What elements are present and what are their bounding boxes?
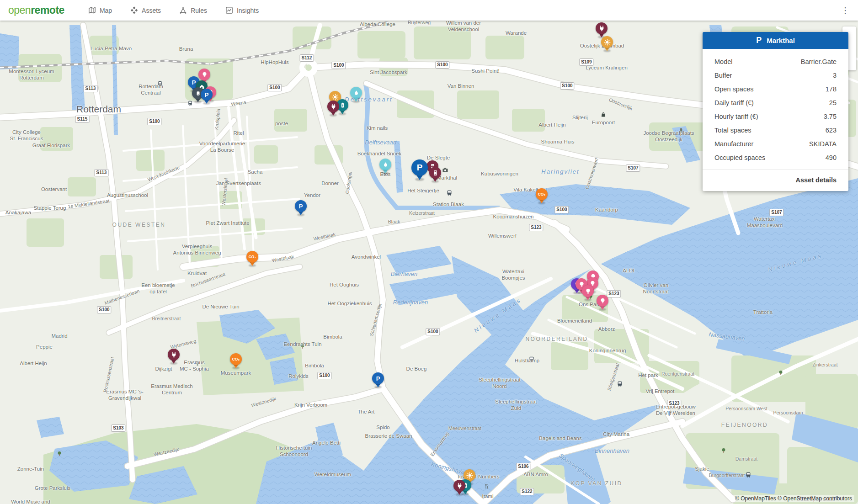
P-icon: P [201, 89, 213, 101]
attribute-value: SKIDATA [809, 140, 837, 148]
attribute-label: Buffer [714, 72, 732, 79]
attribute-row: Buffer3 [714, 69, 837, 82]
bulb-icon [597, 295, 608, 307]
card-rows: ModelBarrier.GateBuffer3Open spaces178Da… [703, 49, 848, 165]
nav-label-assets: Assets [142, 7, 161, 14]
attribute-label: Open spaces [714, 85, 753, 93]
asset-details-link[interactable]: Asset details [796, 176, 837, 184]
openremote-manager: RotterdamOUDE WESTENNOORDEREILANDFEIJENO… [0, 0, 858, 504]
nav-item-assets[interactable]: Assets [130, 6, 161, 14]
assets-icon [130, 6, 138, 14]
nav-item-insights[interactable]: Insights [225, 6, 259, 14]
attribute-value: 490 [826, 154, 837, 161]
attribute-value: 3.75 [824, 113, 837, 120]
map-attribution[interactable]: © OpenMapTiles © OpenStreetMap contribut… [733, 495, 854, 502]
attribute-value: 3 [833, 72, 837, 79]
attribute-label: Occupied spaces [714, 154, 765, 161]
CO₂-icon: CO₂ [536, 188, 548, 200]
drop-icon [350, 87, 362, 99]
attribute-label: Model [714, 58, 733, 65]
map-icon [88, 6, 96, 14]
bulb-icon [582, 285, 594, 297]
parking-icon: P [756, 36, 762, 45]
overflow-menu-icon[interactable]: ⋮ [839, 4, 852, 17]
insights-icon [225, 6, 233, 14]
rules-icon [179, 6, 187, 14]
attribute-value: 178 [826, 85, 837, 93]
nav-label-map: Map [100, 7, 112, 14]
P-icon: P [295, 200, 307, 212]
P-icon: P [372, 372, 384, 384]
plug-icon [327, 101, 339, 112]
bulb-icon [198, 69, 210, 80]
nav-menu: Map Assets Rules Insights [88, 6, 259, 14]
plug-icon [168, 349, 180, 361]
plug-icon [596, 22, 608, 34]
attribute-label: Hourly tariff (€) [714, 113, 758, 120]
signs-icon [429, 167, 441, 179]
nav-item-rules[interactable]: Rules [179, 6, 207, 14]
attribute-row: Hourly tariff (€)3.75 [714, 110, 837, 123]
attribute-row: Total spaces623 [714, 123, 837, 137]
attribute-row: Occupied spaces490 [714, 151, 837, 164]
CO₂-icon: CO₂ [246, 251, 258, 263]
nav-label-insights: Insights [237, 7, 259, 14]
attribute-value: 25 [829, 99, 837, 106]
asset-title: Markthal [767, 37, 795, 44]
asset-card-header: P Markthal [703, 32, 848, 49]
attribute-value: Barrier.Gate [801, 58, 837, 65]
sun-icon [601, 36, 613, 48]
attribute-row: Daily tariff (€)25 [714, 96, 837, 110]
attribute-row: ModelBarrier.Gate [714, 55, 837, 69]
plug-icon [453, 480, 465, 492]
P-icon: P [411, 159, 428, 176]
attribute-value: 623 [826, 127, 837, 134]
nav-item-map[interactable]: Map [88, 6, 112, 14]
attribute-label: Total spaces [714, 127, 751, 134]
asset-info-card: P Markthal ModelBarrier.GateBuffer3Open … [703, 32, 848, 191]
top-navbar: openremote Map Assets Rules Insights ⋮ [0, 0, 858, 21]
attribute-label: Daily tariff (€) [714, 99, 754, 106]
logo-open: open [8, 4, 31, 16]
nav-label-rules: Rules [191, 7, 207, 14]
openremote-logo: openremote [8, 4, 64, 16]
attribute-label: Manufacturer [714, 140, 753, 148]
attribute-row: Open spaces178 [714, 82, 837, 96]
drop-icon [379, 159, 391, 170]
CO₂-icon: CO₂ [230, 353, 242, 365]
logo-remote: remote [31, 4, 64, 16]
attribute-row: ManufacturerSKIDATA [714, 137, 837, 151]
